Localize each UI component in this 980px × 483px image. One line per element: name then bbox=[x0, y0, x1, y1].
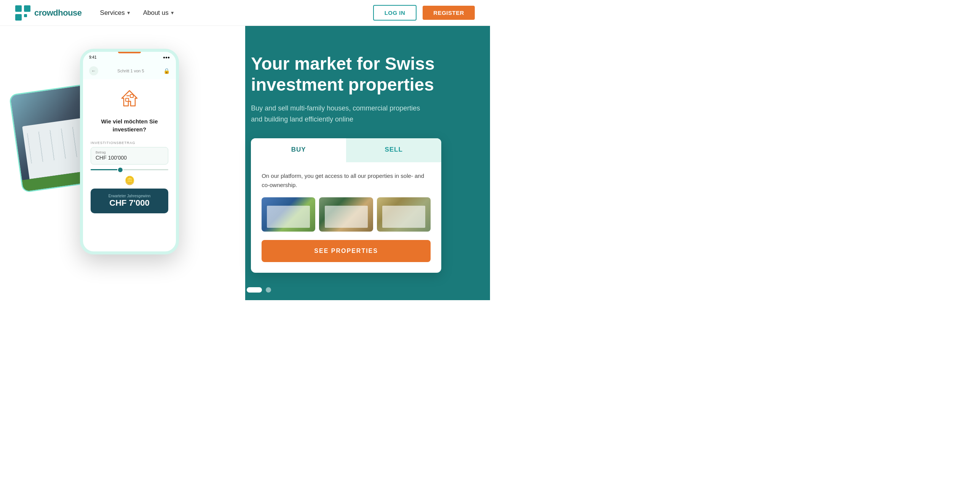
phone-device: 9:41 ●●● ← Schritt 1 von 5 🔒 bbox=[80, 49, 179, 254]
svg-rect-3 bbox=[24, 14, 27, 17]
property-image-2 bbox=[319, 197, 373, 232]
property-images bbox=[262, 197, 431, 232]
property-image-1 bbox=[262, 197, 315, 232]
nav-about[interactable]: About us ▼ bbox=[143, 9, 175, 17]
result-card: Erwarteter Jahresgewinn CHF 7'000 bbox=[91, 189, 168, 213]
dot-3[interactable] bbox=[238, 287, 243, 293]
see-properties-button[interactable]: SEE PROPERTIES bbox=[262, 240, 431, 262]
investment-label: INVESTITIONSBETRAG bbox=[91, 141, 168, 145]
hero-subtitle: Buy and sell multi-family houses, commer… bbox=[251, 103, 426, 125]
tab-buy[interactable]: BUY bbox=[251, 138, 346, 162]
register-button[interactable]: REGISTER bbox=[423, 6, 475, 20]
main-nav: Services ▼ About us ▼ bbox=[100, 9, 175, 17]
phone-mockup-container: 9:41 ●●● ← Schritt 1 von 5 🔒 bbox=[11, 41, 232, 300]
dot-4-active[interactable] bbox=[247, 287, 262, 293]
amount-value: CHF 100'000 bbox=[96, 155, 127, 161]
property-image-3 bbox=[377, 197, 431, 232]
phone-status-bar: 9:41 ●●● bbox=[83, 52, 176, 62]
card-description: On our platform, you get access to all o… bbox=[262, 171, 431, 190]
svg-rect-1 bbox=[24, 5, 30, 12]
logo-text: crowdhouse bbox=[34, 8, 82, 18]
card-body: On our platform, you get access to all o… bbox=[251, 162, 441, 273]
header-actions: LOG IN REGISTER bbox=[373, 5, 475, 21]
svg-rect-2 bbox=[15, 14, 22, 21]
header: crowdhouse Services ▼ About us ▼ LOG IN … bbox=[0, 0, 490, 26]
house-puzzle-icon bbox=[118, 87, 141, 110]
login-button[interactable]: LOG IN bbox=[373, 5, 417, 21]
coins-icon: 🪙 bbox=[91, 176, 168, 186]
phone-content: Wie viel möchten Sie investieren? INVEST… bbox=[83, 79, 176, 218]
card-tabs: BUY SELL bbox=[251, 138, 441, 162]
lock-icon: 🔒 bbox=[163, 68, 170, 74]
phone-accent bbox=[118, 52, 141, 53]
dot-1[interactable] bbox=[219, 287, 225, 293]
investment-slider[interactable] bbox=[91, 169, 168, 170]
svg-rect-0 bbox=[15, 5, 22, 12]
result-value: CHF 7'000 bbox=[97, 198, 162, 208]
hero-section: 9:41 ●●● ← Schritt 1 von 5 🔒 bbox=[0, 26, 490, 300]
amount-label: Betrag bbox=[96, 150, 163, 154]
slider-thumb bbox=[117, 167, 123, 173]
result-label: Erwarteter Jahresgewinn bbox=[97, 194, 162, 198]
carousel-dots bbox=[219, 287, 271, 293]
phone-question: Wie viel möchten Sie investieren? bbox=[91, 117, 168, 133]
house-icon-area bbox=[91, 87, 168, 111]
nav-services[interactable]: Services ▼ bbox=[100, 9, 131, 17]
dot-2[interactable] bbox=[228, 287, 234, 293]
tab-sell[interactable]: SELL bbox=[346, 138, 441, 162]
back-button[interactable]: ← bbox=[89, 66, 98, 75]
logo-icon bbox=[15, 5, 30, 21]
hero-title: Your market for Swiss investment propert… bbox=[251, 53, 467, 95]
svg-rect-5 bbox=[130, 94, 133, 98]
investment-input[interactable]: Betrag CHF 100'000 bbox=[91, 147, 168, 165]
step-indicator: Schritt 1 von 5 bbox=[117, 69, 144, 73]
chevron-down-icon: ▼ bbox=[170, 10, 175, 16]
dot-5[interactable] bbox=[266, 287, 271, 293]
chevron-down-icon: ▼ bbox=[126, 10, 131, 16]
phone-top-bar: ← Schritt 1 von 5 🔒 bbox=[83, 62, 176, 79]
property-card: BUY SELL On our platform, you get access… bbox=[251, 138, 441, 273]
hero-content: Your market for Swiss investment propert… bbox=[220, 26, 490, 300]
status-time: 9:41 bbox=[89, 55, 96, 59]
logo[interactable]: crowdhouse bbox=[15, 5, 82, 21]
status-icons: ●●● bbox=[163, 55, 170, 59]
slider-fill bbox=[91, 169, 120, 170]
